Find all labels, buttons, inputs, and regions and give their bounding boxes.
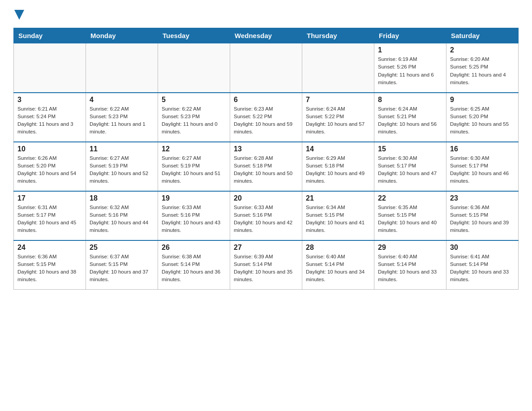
day-number: 30 xyxy=(450,244,515,252)
calendar-cell-w3-d4: 14Sunrise: 6:29 AMSunset: 5:18 PMDayligh… xyxy=(302,142,374,191)
calendar-cell-w5-d0: 24Sunrise: 6:36 AMSunset: 5:15 PMDayligh… xyxy=(14,240,86,290)
calendar-cell-w1-d5: 1Sunrise: 6:19 AMSunset: 5:26 PMDaylight… xyxy=(374,43,446,93)
day-number: 22 xyxy=(378,194,442,202)
calendar-cell-w4-d6: 23Sunrise: 6:36 AMSunset: 5:15 PMDayligh… xyxy=(446,191,519,240)
calendar-cell-w5-d6: 30Sunrise: 6:41 AMSunset: 5:14 PMDayligh… xyxy=(446,240,519,290)
day-number: 11 xyxy=(90,145,154,153)
calendar-cell-w2-d1: 4Sunrise: 6:22 AMSunset: 5:23 PMDaylight… xyxy=(86,93,158,142)
calendar-cell-w1-d0 xyxy=(14,43,86,93)
calendar-cell-w4-d1: 18Sunrise: 6:32 AMSunset: 5:16 PMDayligh… xyxy=(86,191,158,240)
day-info: Sunrise: 6:40 AMSunset: 5:14 PMDaylight:… xyxy=(378,253,442,284)
day-number: 14 xyxy=(306,145,370,153)
day-number: 21 xyxy=(306,194,370,202)
calendar-cell-w5-d4: 28Sunrise: 6:40 AMSunset: 5:14 PMDayligh… xyxy=(302,240,374,290)
calendar-cell-w3-d3: 13Sunrise: 6:28 AMSunset: 5:18 PMDayligh… xyxy=(230,142,302,191)
calendar-cell-w2-d2: 5Sunrise: 6:22 AMSunset: 5:23 PMDaylight… xyxy=(158,93,230,142)
day-info: Sunrise: 6:38 AMSunset: 5:14 PMDaylight:… xyxy=(162,253,226,284)
calendar-cell-w4-d4: 21Sunrise: 6:34 AMSunset: 5:15 PMDayligh… xyxy=(302,191,374,240)
logo xyxy=(13,9,24,19)
day-info: Sunrise: 6:36 AMSunset: 5:15 PMDaylight:… xyxy=(17,253,82,284)
day-number: 29 xyxy=(378,244,442,252)
calendar-cell-w1-d6: 2Sunrise: 6:20 AMSunset: 5:25 PMDaylight… xyxy=(446,43,519,93)
day-info: Sunrise: 6:22 AMSunset: 5:23 PMDaylight:… xyxy=(162,105,226,136)
calendar-cell-w3-d0: 10Sunrise: 6:26 AMSunset: 5:20 PMDayligh… xyxy=(14,142,86,191)
day-info: Sunrise: 6:20 AMSunset: 5:25 PMDaylight:… xyxy=(450,56,515,86)
day-number: 12 xyxy=(162,145,226,153)
day-number: 27 xyxy=(234,244,298,252)
day-number: 15 xyxy=(378,145,442,153)
day-number: 19 xyxy=(162,194,226,202)
day-info: Sunrise: 6:24 AMSunset: 5:22 PMDaylight:… xyxy=(306,105,370,136)
logo-text xyxy=(13,9,24,20)
day-number: 3 xyxy=(17,96,82,104)
calendar-cell-w1-d4 xyxy=(302,43,374,93)
logo-triangle-icon xyxy=(14,10,24,20)
calendar-cell-w1-d3 xyxy=(230,43,302,93)
calendar-table: Sunday Monday Tuesday Wednesday Thursday… xyxy=(13,28,519,290)
day-info: Sunrise: 6:34 AMSunset: 5:15 PMDaylight:… xyxy=(306,204,370,235)
day-number: 16 xyxy=(450,145,515,153)
day-number: 23 xyxy=(450,194,515,202)
calendar-cell-w1-d1 xyxy=(86,43,158,93)
calendar-cell-w5-d3: 27Sunrise: 6:39 AMSunset: 5:14 PMDayligh… xyxy=(230,240,302,290)
calendar-cell-w3-d5: 15Sunrise: 6:30 AMSunset: 5:17 PMDayligh… xyxy=(374,142,446,191)
day-number: 9 xyxy=(450,96,515,104)
day-info: Sunrise: 6:31 AMSunset: 5:17 PMDaylight:… xyxy=(17,204,82,235)
day-info: Sunrise: 6:33 AMSunset: 5:16 PMDaylight:… xyxy=(162,204,226,235)
svg-marker-0 xyxy=(14,10,24,20)
day-number: 13 xyxy=(234,145,298,153)
calendar-cell-w4-d0: 17Sunrise: 6:31 AMSunset: 5:17 PMDayligh… xyxy=(14,191,86,240)
day-info: Sunrise: 6:27 AMSunset: 5:19 PMDaylight:… xyxy=(90,154,154,185)
calendar-cell-w4-d2: 19Sunrise: 6:33 AMSunset: 5:16 PMDayligh… xyxy=(158,191,230,240)
day-info: Sunrise: 6:25 AMSunset: 5:20 PMDaylight:… xyxy=(450,105,515,136)
day-info: Sunrise: 6:30 AMSunset: 5:17 PMDaylight:… xyxy=(450,154,515,185)
calendar-cell-w2-d5: 8Sunrise: 6:24 AMSunset: 5:21 PMDaylight… xyxy=(374,93,446,142)
calendar-cell-w2-d3: 6Sunrise: 6:23 AMSunset: 5:22 PMDaylight… xyxy=(230,93,302,142)
header-friday: Friday xyxy=(374,28,446,43)
day-info: Sunrise: 6:36 AMSunset: 5:15 PMDaylight:… xyxy=(450,204,515,235)
week-row-5: 24Sunrise: 6:36 AMSunset: 5:15 PMDayligh… xyxy=(14,240,519,290)
day-number: 1 xyxy=(378,46,442,54)
day-info: Sunrise: 6:29 AMSunset: 5:18 PMDaylight:… xyxy=(306,154,370,185)
week-row-1: 1Sunrise: 6:19 AMSunset: 5:26 PMDaylight… xyxy=(14,43,519,93)
day-number: 7 xyxy=(306,96,370,104)
day-number: 25 xyxy=(90,244,154,252)
calendar-header-row: Sunday Monday Tuesday Wednesday Thursday… xyxy=(14,28,519,43)
day-info: Sunrise: 6:23 AMSunset: 5:22 PMDaylight:… xyxy=(234,105,298,136)
day-info: Sunrise: 6:19 AMSunset: 5:26 PMDaylight:… xyxy=(378,56,442,86)
day-info: Sunrise: 6:39 AMSunset: 5:14 PMDaylight:… xyxy=(234,253,298,284)
day-number: 2 xyxy=(450,46,515,54)
calendar-cell-w2-d0: 3Sunrise: 6:21 AMSunset: 5:24 PMDaylight… xyxy=(14,93,86,142)
day-info: Sunrise: 6:30 AMSunset: 5:17 PMDaylight:… xyxy=(378,154,442,185)
week-row-2: 3Sunrise: 6:21 AMSunset: 5:24 PMDaylight… xyxy=(14,93,519,142)
day-info: Sunrise: 6:27 AMSunset: 5:19 PMDaylight:… xyxy=(162,154,226,185)
header-saturday: Saturday xyxy=(446,28,519,43)
day-number: 18 xyxy=(90,194,154,202)
page-header xyxy=(13,9,519,19)
calendar-cell-w4-d3: 20Sunrise: 6:33 AMSunset: 5:16 PMDayligh… xyxy=(230,191,302,240)
day-number: 24 xyxy=(17,244,82,252)
day-number: 4 xyxy=(90,96,154,104)
day-number: 10 xyxy=(17,145,82,153)
day-info: Sunrise: 6:41 AMSunset: 5:14 PMDaylight:… xyxy=(450,253,515,284)
calendar-cell-w2-d4: 7Sunrise: 6:24 AMSunset: 5:22 PMDaylight… xyxy=(302,93,374,142)
calendar-cell-w3-d6: 16Sunrise: 6:30 AMSunset: 5:17 PMDayligh… xyxy=(446,142,519,191)
week-row-4: 17Sunrise: 6:31 AMSunset: 5:17 PMDayligh… xyxy=(14,191,519,240)
day-number: 20 xyxy=(234,194,298,202)
header-tuesday: Tuesday xyxy=(158,28,230,43)
day-info: Sunrise: 6:22 AMSunset: 5:23 PMDaylight:… xyxy=(90,105,154,136)
calendar-cell-w3-d1: 11Sunrise: 6:27 AMSunset: 5:19 PMDayligh… xyxy=(86,142,158,191)
header-sunday: Sunday xyxy=(14,28,86,43)
day-number: 8 xyxy=(378,96,442,104)
day-number: 6 xyxy=(234,96,298,104)
header-wednesday: Wednesday xyxy=(230,28,302,43)
day-number: 5 xyxy=(162,96,226,104)
day-info: Sunrise: 6:26 AMSunset: 5:20 PMDaylight:… xyxy=(17,154,82,185)
day-info: Sunrise: 6:32 AMSunset: 5:16 PMDaylight:… xyxy=(90,204,154,235)
day-info: Sunrise: 6:40 AMSunset: 5:14 PMDaylight:… xyxy=(306,253,370,284)
calendar-cell-w1-d2 xyxy=(158,43,230,93)
day-info: Sunrise: 6:28 AMSunset: 5:18 PMDaylight:… xyxy=(234,154,298,185)
header-thursday: Thursday xyxy=(302,28,374,43)
calendar-cell-w2-d6: 9Sunrise: 6:25 AMSunset: 5:20 PMDaylight… xyxy=(446,93,519,142)
day-number: 17 xyxy=(17,194,82,202)
